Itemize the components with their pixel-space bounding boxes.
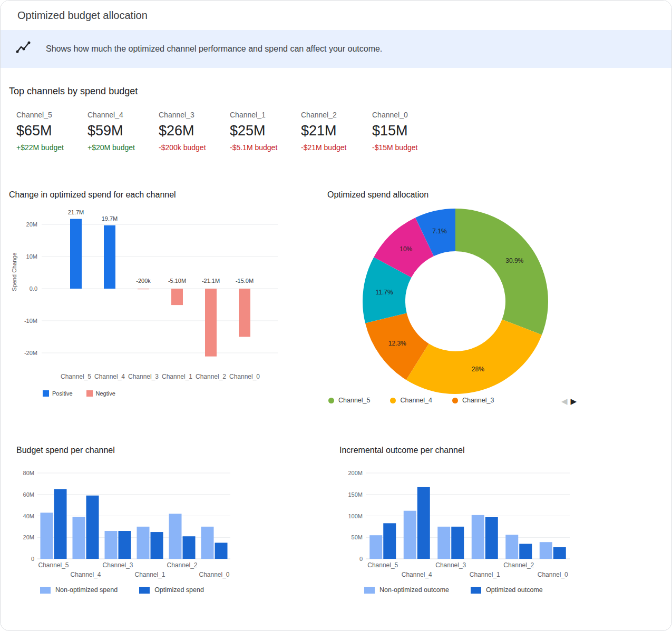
channel-spend-value: $59M xyxy=(87,123,159,139)
channel-name: Channel_0 xyxy=(372,111,443,119)
legend-swatch xyxy=(471,587,481,594)
slice-label: 12.3% xyxy=(388,340,406,347)
insights-icon xyxy=(15,40,31,58)
legend-item-channel-4: Channel_4 xyxy=(390,397,432,404)
section-heading-top-channels: Top channels by spend budget xyxy=(9,86,138,97)
slice-label: 11.7% xyxy=(376,289,393,296)
axis-label: 0.0 xyxy=(30,285,37,292)
bar-Channel_5 xyxy=(41,512,53,559)
axis-label: 0 xyxy=(31,556,34,562)
channel-spend-value: $26M xyxy=(159,123,230,139)
legend-label: Channel_4 xyxy=(400,397,432,404)
bar-Channel_0 xyxy=(540,542,552,559)
legend-swatch xyxy=(364,587,375,594)
bar-Channel_5 xyxy=(70,219,82,289)
value-label: -5.10M xyxy=(168,278,186,284)
slice-label: 10% xyxy=(400,245,412,253)
info-banner: Shows how much the optimized channel per… xyxy=(1,30,671,68)
bar-Channel_2 xyxy=(505,535,518,559)
channel-budget-delta: -$21M budget xyxy=(301,143,372,152)
channel-card: Channel_0 $15M -$15M budget xyxy=(372,111,443,152)
legend-swatch xyxy=(43,390,49,397)
bar-Channel_2 xyxy=(169,514,182,559)
chart-title-budget-spend: Budget spend per channel xyxy=(16,446,115,455)
channel-name: Channel_4 xyxy=(87,111,159,119)
channel-spend-value: $65M xyxy=(16,123,87,139)
legend-item-channel-5: Channel_5 xyxy=(328,397,370,404)
x-tick-label: Channel_0 xyxy=(199,571,229,578)
donut-legend: Channel_5Channel_4Channel_3 xyxy=(328,397,494,404)
legend-swatch xyxy=(40,587,51,594)
channel-card: Channel_2 $21M -$21M budget xyxy=(301,111,372,152)
chart-title-incremental-outcome: Incremental outcome per channel xyxy=(339,446,464,455)
bar-Channel_2 xyxy=(183,536,196,559)
top-channel-cards: Channel_5 $65M +$22M budget Channel_4 $5… xyxy=(16,111,443,152)
bar-Channel_3 xyxy=(138,289,149,289)
legend-swatch xyxy=(86,390,93,397)
legend-label: Channel_3 xyxy=(462,397,494,404)
x-tick-label: Channel_0 xyxy=(538,571,568,578)
legend-item-channel-3: Channel_3 xyxy=(452,397,494,404)
legend-item-non-optimized-spend: Non-optimized spend xyxy=(40,586,118,594)
spend-change-legend: PositiveNegtive xyxy=(43,390,115,397)
axis-label: 200M xyxy=(348,470,363,476)
x-tick-label: Channel_3 xyxy=(128,373,159,380)
x-tick-label: Channel_1 xyxy=(470,571,500,578)
channel-spend-value: $15M xyxy=(372,123,443,139)
legend-label: Non-optimized outcome xyxy=(379,586,449,594)
legend-item-optimized-outcome: Optimized outcome xyxy=(471,586,543,594)
legend-item-negtive: Negtive xyxy=(86,390,115,397)
legend-prev-icon[interactable]: ◀ xyxy=(561,397,568,406)
donut-slice xyxy=(455,209,548,335)
bar-Channel_3 xyxy=(437,527,450,559)
x-tick-label: Channel_4 xyxy=(402,571,432,578)
slice-label: 30.9% xyxy=(505,257,523,264)
axis-label: 20M xyxy=(23,534,34,540)
axis-label: 40M xyxy=(23,513,34,519)
axis-label: 0 xyxy=(359,556,363,562)
value-label: 19.7M xyxy=(102,215,118,222)
bar-Channel_1 xyxy=(137,527,150,559)
legend-item-optimized-spend: Optimized spend xyxy=(139,586,204,594)
channel-card: Channel_5 $65M +$22M budget xyxy=(16,111,87,152)
bar-Channel_0 xyxy=(201,527,214,559)
legend-item-positive: Positive xyxy=(43,390,73,397)
bar-Channel_4 xyxy=(86,496,99,559)
legend-label: Positive xyxy=(52,390,73,397)
info-banner-text: Shows how much the optimized channel per… xyxy=(46,44,382,54)
bar-Channel_5 xyxy=(54,489,67,559)
bar-Channel_4 xyxy=(73,517,85,559)
bar-Channel_4 xyxy=(417,487,430,559)
legend-label: Non-optimized spend xyxy=(55,586,118,594)
bar-Channel_0 xyxy=(239,289,250,337)
spend-allocation-donut-chart: 30.9%28%12.3%11.7%10%7.1% xyxy=(319,203,593,397)
optimized-budget-dashboard: Optimized budget allocation Shows how mu… xyxy=(0,0,672,631)
x-tick-label: Channel_5 xyxy=(61,373,91,380)
legend-label: Optimized spend xyxy=(154,586,204,594)
chart-title-spend-allocation: Optimized spend allocation xyxy=(327,190,428,200)
incremental-outcome-bar-chart: 050M100M150M200MChannel_5Channel_4Channe… xyxy=(339,463,582,583)
x-tick-label: Channel_5 xyxy=(38,561,69,569)
bar-Channel_0 xyxy=(553,547,566,559)
x-tick-label: Channel_0 xyxy=(229,373,260,380)
channel-budget-delta: +$20M budget xyxy=(87,143,159,152)
channel-name: Channel_3 xyxy=(159,111,230,119)
incremental-outcome-legend: Non-optimized outcomeOptimized outcome xyxy=(364,586,543,594)
channel-name: Channel_1 xyxy=(230,111,301,119)
value-label: -200k xyxy=(136,278,151,284)
bar-Channel_1 xyxy=(171,289,183,305)
value-label: 21.7M xyxy=(68,209,84,215)
x-tick-label: Channel_5 xyxy=(367,561,398,569)
legend-next-icon[interactable]: ▶ xyxy=(571,397,577,406)
x-tick-label: Channel_2 xyxy=(503,561,534,569)
y-axis-title: Spend Change xyxy=(11,252,17,291)
x-tick-label: Channel_4 xyxy=(94,373,125,380)
value-label: -15.0M xyxy=(236,278,254,284)
channel-name: Channel_2 xyxy=(301,111,372,119)
header: Optimized budget allocation xyxy=(1,1,671,30)
budget-spend-legend: Non-optimized spendOptimized spend xyxy=(40,586,204,594)
bar-Channel_1 xyxy=(151,532,163,559)
slice-label: 28% xyxy=(472,366,484,373)
channel-budget-delta: -$5.1M budget xyxy=(230,143,301,152)
x-tick-label: Channel_2 xyxy=(167,561,197,569)
